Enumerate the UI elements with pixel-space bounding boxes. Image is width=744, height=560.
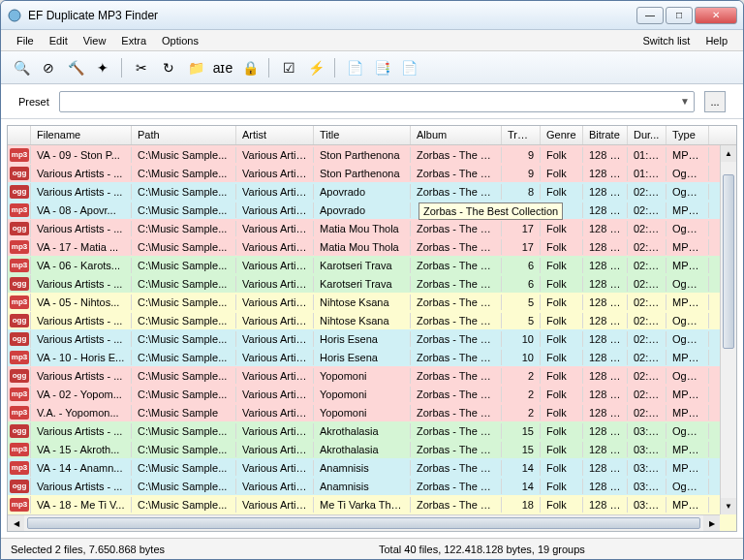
scroll-thumb-v[interactable] (723, 174, 734, 349)
refresh-icon[interactable]: ↻ (158, 57, 179, 78)
column-header-9[interactable]: Dur... (628, 126, 666, 144)
column-header-8[interactable]: Bitrate (583, 126, 628, 144)
table-row[interactable]: oggVarious Artists - ...C:\Music Sample.… (8, 219, 736, 237)
scissors-icon[interactable]: ✂ (131, 57, 152, 78)
filetype-icon: ogg (10, 222, 29, 235)
column-header-7[interactable]: Genre (541, 126, 583, 144)
lock-icon[interactable]: 🔒 (239, 57, 261, 78)
folder-sync-icon[interactable]: 📁 (185, 57, 206, 78)
close-button[interactable]: ✕ (695, 7, 737, 24)
cell-artist: Various Artists (236, 460, 314, 476)
cell-album: Zorbas - The B... (411, 405, 502, 420)
table-row[interactable]: mp3VA - 09 - Ston P...C:\Music Sample...… (8, 145, 736, 164)
table-row[interactable]: mp3VA - 15 - Akroth...C:\Music Sample...… (8, 440, 736, 458)
table-row[interactable]: mp3VA - 05 - Nihtos...C:\Music Sample...… (8, 293, 736, 311)
table-row[interactable]: oggVarious Artists - ...C:\Music Sample.… (8, 421, 736, 440)
search-icon[interactable]: 🔍 (11, 57, 32, 78)
rename-icon[interactable]: aɪe (212, 57, 233, 78)
column-header-0[interactable] (8, 126, 31, 144)
cell-path: C:\Music Sample (132, 405, 236, 420)
scroll-right-icon[interactable]: ▶ (703, 515, 720, 531)
cell-type: Ogg V (666, 423, 709, 439)
list-body[interactable]: mp3VA - 09 - Ston P...C:\Music Sample...… (8, 145, 736, 531)
preset-label: Preset (18, 96, 49, 108)
menubar: File Edit View Extra Options Switch list… (1, 30, 743, 51)
table-row[interactable]: mp3VA - 02 - Yopom...C:\Music Sample...V… (8, 385, 736, 403)
column-header-6[interactable]: Track (502, 126, 541, 144)
table-row[interactable]: oggVarious Artists - ...C:\Music Sample.… (8, 477, 736, 495)
table-row[interactable]: mp3VA - 18 - Me Ti V...C:\Music Sample..… (8, 495, 736, 513)
table-row[interactable]: mp3VA - 14 - Anamn...C:\Music Sample...V… (8, 458, 736, 477)
table-row[interactable]: oggVarious Artists - ...C:\Music Sample.… (8, 329, 736, 348)
filetype-icon: ogg (10, 277, 29, 291)
cell-br: 128 k... (583, 258, 628, 273)
cell-dur: 02:26 (628, 184, 666, 200)
table-row[interactable]: oggVarious Artists - ...C:\Music Sample.… (8, 182, 736, 201)
bolt-icon[interactable]: ⚡ (305, 57, 326, 78)
scroll-thumb-h[interactable] (27, 517, 700, 529)
scroll-up-icon[interactable]: ▲ (721, 145, 736, 162)
menu-options[interactable]: Options (154, 32, 206, 49)
column-header-4[interactable]: Title (314, 126, 411, 144)
cell-artist: Various Artists (236, 331, 314, 347)
cell-dur: 02:56 (628, 387, 666, 402)
filetype-icon: mp3 (10, 406, 29, 420)
column-header-2[interactable]: Path (132, 126, 236, 144)
cell-track: 8 (502, 184, 541, 200)
menu-view[interactable]: View (76, 32, 114, 49)
cell-br: 128 k... (583, 479, 628, 494)
cell-album: Zorbas - The B... (411, 497, 502, 513)
chevron-down-icon[interactable]: ▼ (680, 96, 690, 107)
column-header-10[interactable]: Type (666, 126, 709, 144)
menu-extra[interactable]: Extra (113, 32, 154, 49)
sparkle-icon[interactable]: ✦ (92, 57, 113, 78)
titlebar[interactable]: EF Duplicate MP3 Finder — □ ✕ (1, 1, 743, 30)
table-row[interactable]: oggVarious Artists - ...C:\Music Sample.… (8, 164, 736, 182)
menu-help[interactable]: Help (698, 32, 735, 49)
cell-artist: Various Artists (236, 147, 314, 163)
preset-browse-button[interactable]: ... (704, 91, 726, 112)
cell-br: 128 k... (583, 184, 628, 200)
cell-dur: 02:56 (628, 368, 666, 384)
cell-genre: Folk (541, 350, 583, 365)
hammer-icon[interactable]: 🔨 (65, 57, 86, 78)
horizontal-scrollbar[interactable]: ◀ ▶ (8, 514, 720, 531)
cell-track: 6 (502, 276, 541, 292)
column-header-1[interactable]: Filename (31, 126, 132, 144)
stop-icon[interactable]: ⊘ (38, 57, 59, 78)
table-row[interactable]: oggVarious Artists - ...C:\Music Sample.… (8, 366, 736, 385)
column-header-3[interactable]: Artist (236, 126, 314, 144)
scroll-left-icon[interactable]: ◀ (8, 515, 24, 531)
table-row[interactable]: mp3VA - 10 - Horis E...C:\Music Sample..… (8, 348, 736, 366)
cell-title: Nihtose Ksana (314, 295, 411, 310)
cell-title: Apovrado (314, 202, 411, 218)
cell-dur: 02:56 (628, 405, 666, 420)
maximize-button[interactable]: □ (666, 7, 693, 24)
table-row[interactable]: oggVarious Artists - ...C:\Music Sample.… (8, 311, 736, 329)
column-header-5[interactable]: Album (411, 126, 502, 144)
table-row[interactable]: mp3VA - 17 - Matia ...C:\Music Sample...… (8, 237, 736, 256)
table-row[interactable]: mp3V.A. - Yopomon...C:\Music SampleVario… (8, 403, 736, 421)
cell-track: 18 (502, 497, 541, 513)
menu-file[interactable]: File (9, 32, 42, 49)
cell-path: C:\Music Sample... (132, 276, 236, 292)
table-row[interactable]: oggVarious Artists - ...C:\Music Sample.… (8, 274, 736, 293)
table-row[interactable]: mp3VA - 06 - Karots...C:\Music Sample...… (8, 256, 736, 274)
minimize-button[interactable]: — (636, 7, 664, 24)
vertical-scrollbar[interactable]: ▲ ▼ (720, 145, 736, 514)
cell-br: 128 k... (583, 460, 628, 476)
menu-switch-list[interactable]: Switch list (635, 32, 698, 49)
table-row[interactable]: mp3VA - 08 - Apovr...C:\Music Sample...V… (8, 201, 736, 219)
cell-genre: Folk (541, 368, 583, 384)
menu-edit[interactable]: Edit (42, 32, 76, 49)
check-icon[interactable]: ☑ (278, 57, 299, 78)
copy-icon[interactable]: 📑 (371, 57, 392, 78)
cell-fn: Various Artists - ... (31, 313, 132, 328)
scroll-down-icon[interactable]: ▼ (721, 498, 736, 514)
cell-fn: Various Artists - ... (31, 276, 132, 292)
preset-combo[interactable]: ▼ (59, 91, 695, 112)
cell-br: 128 k... (583, 313, 628, 328)
page-icon[interactable]: 📄 (344, 57, 365, 78)
page-green-icon[interactable]: 📄 (398, 57, 419, 78)
cell-path: C:\Music Sample... (132, 368, 236, 384)
